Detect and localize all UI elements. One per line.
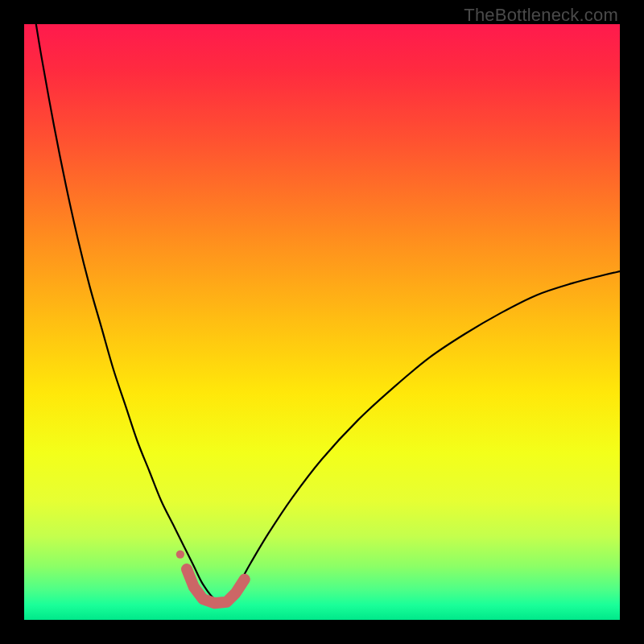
marker-dot: [176, 550, 184, 558]
bottleneck-chart: [24, 24, 620, 620]
gradient-background: [24, 24, 620, 620]
chart-frame: [24, 24, 620, 620]
watermark-text: TheBottleneck.com: [464, 5, 618, 26]
